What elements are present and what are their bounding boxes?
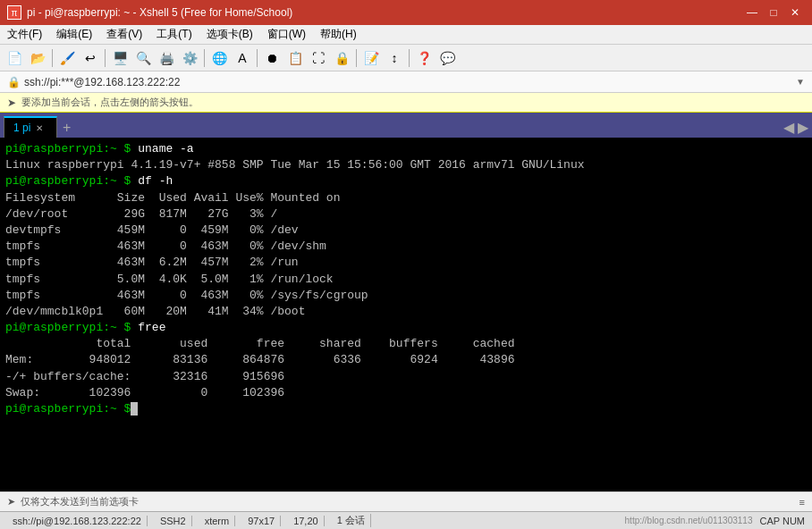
toolbar-lock[interactable]: 🔒 — [331, 47, 352, 69]
menu-file[interactable]: 文件(F) — [0, 25, 49, 44]
maximize-button[interactable]: □ — [764, 4, 783, 21]
tab-nav: ◀ ▶ — [783, 119, 808, 138]
term-line-6: tmpfs 463M 0 463M 0% /dev/shm — [5, 239, 807, 255]
toolbar-open[interactable]: 📂 — [27, 47, 48, 69]
term-line-3: Filesystem Size Used Avail Use% Mounted … — [5, 190, 807, 206]
info-text: 要添加当前会话，点击左侧的箭头按钮。 — [21, 96, 199, 109]
status-bar: ssh://pi@192.168.123.222:22 SSH2 xterm 9… — [0, 511, 812, 529]
term-line-0: pi@raspberrypi:~ $ uname -a — [5, 141, 807, 157]
tab-1pi[interactable]: 1 pi ✕ — [4, 116, 57, 138]
toolbar-sep-3 — [204, 49, 205, 67]
window-title: pi - pi@raspberrypi: ~ - Xshell 5 (Free … — [27, 6, 292, 19]
tab-close-icon[interactable]: ✕ — [36, 123, 43, 133]
term-line-11: pi@raspberrypi:~ $ free — [5, 320, 807, 336]
close-button[interactable]: ✕ — [785, 4, 805, 21]
toolbar-sep-6 — [409, 49, 410, 67]
toolbar-font[interactable]: A — [232, 47, 253, 69]
tab-next-icon[interactable]: ▶ — [798, 119, 808, 136]
status-sessions: 1 会话 — [332, 514, 371, 527]
toolbar-more1[interactable]: ⚙️ — [179, 47, 200, 69]
toolbar: 📄 📂 🖌️ ↩ 🖥️ 🔍 🖨️ ⚙️ 🌐 A ⏺ 📋 ⛶ 🔒 📝 ↕️ ❓ 💬 — [0, 45, 812, 71]
menu-tabs[interactable]: 选项卡(B) — [199, 25, 260, 44]
status-cursor-pos: 17,20 — [288, 516, 325, 526]
title-bar-left: π pi - pi@raspberrypi: ~ - Xshell 5 (Fre… — [7, 5, 292, 20]
term-line-5: devtmpfs 459M 0 459M 0% /dev — [5, 223, 807, 239]
send-icon: ➤ — [7, 496, 15, 508]
toolbar-session-manager[interactable]: 🖥️ — [109, 47, 131, 69]
toolbar-record[interactable]: ⏺ — [261, 47, 283, 69]
bottom-bar-text: 仅将文本发送到当前选项卡 — [21, 495, 139, 508]
toolbar-brush[interactable]: 🖌️ — [56, 47, 78, 69]
term-line-16: pi@raspberrypi:~ $ — [5, 401, 807, 417]
address-text: ssh://pi:***@192.168.123.222:22 — [24, 76, 792, 88]
status-connection: ssh://pi@192.168.123.222:22 — [7, 516, 148, 526]
toolbar-transfer[interactable]: 📋 — [284, 47, 306, 69]
term-line-13: Mem: 948012 83136 864876 6336 6924 43896 — [5, 352, 807, 368]
status-keyboard: http://blog.csdn.net/u011303113 CAP NUM — [625, 516, 805, 526]
main-window: π pi - pi@raspberrypi: ~ - Xshell 5 (Fre… — [0, 0, 812, 529]
menu-edit[interactable]: 编辑(E) — [49, 25, 99, 44]
menu-help[interactable]: 帮助(H) — [313, 25, 364, 44]
tab-bar: 1 pi ✕ + ◀ ▶ — [0, 113, 812, 138]
menu-window[interactable]: 窗口(W) — [260, 25, 313, 44]
tab-prev-icon[interactable]: ◀ — [783, 119, 794, 136]
toolbar-sep-1 — [52, 49, 53, 67]
toolbar-new-session[interactable]: 📄 — [4, 47, 25, 69]
toolbar-sep-5 — [356, 49, 357, 67]
status-protocol: SSH2 — [155, 516, 192, 526]
term-line-9: tmpfs 463M 0 463M 0% /sys/fs/cgroup — [5, 288, 807, 304]
menu-tools[interactable]: 工具(T) — [149, 25, 199, 44]
toolbar-scroll[interactable]: ↕️ — [384, 47, 405, 69]
term-line-14: -/+ buffers/cache: 32316 915696 — [5, 369, 807, 385]
toolbar-undo[interactable]: ↩ — [80, 47, 101, 69]
title-bar: π pi - pi@raspberrypi: ~ - Xshell 5 (Fre… — [0, 0, 812, 25]
toolbar-comment[interactable]: 💬 — [436, 47, 458, 69]
status-website: http://blog.csdn.net/u011303113 — [625, 516, 753, 526]
status-dimensions: 97x17 — [242, 516, 281, 526]
info-bar: ➤ 要添加当前会话，点击左侧的箭头按钮。 — [0, 93, 812, 113]
toolbar-globe[interactable]: 🌐 — [208, 47, 230, 69]
toolbar-fullscreen[interactable]: ⛶ — [308, 47, 329, 69]
toolbar-sep-4 — [257, 49, 258, 67]
term-line-1: Linux raspberrypi 4.1.19-v7+ #858 SMP Tu… — [5, 157, 807, 173]
status-caps-lock: CAP NUM — [759, 516, 805, 526]
cursor — [131, 402, 138, 416]
status-terminal-type: xterm — [199, 516, 236, 526]
menu-bar: 文件(F) 编辑(E) 查看(V) 工具(T) 选项卡(B) 窗口(W) 帮助(… — [0, 25, 812, 45]
toolbar-search[interactable]: 🔍 — [132, 47, 154, 69]
bottom-bar: ➤ 仅将文本发送到当前选项卡 ≡ — [0, 491, 812, 511]
term-line-8: tmpfs 5.0M 4.0K 5.0M 1% /run/lock — [5, 272, 807, 288]
term-line-15: Swap: 102396 0 102396 — [5, 385, 807, 401]
address-lock-icon: 🔒 — [7, 76, 21, 88]
toolbar-help[interactable]: ❓ — [413, 47, 435, 69]
term-line-7: tmpfs 463M 6.2M 457M 2% /run — [5, 255, 807, 271]
term-line-4: /dev/root 29G 817M 27G 3% / — [5, 206, 807, 223]
app-icon: π — [7, 5, 21, 20]
minimize-button[interactable]: — — [742, 4, 762, 21]
toolbar-print[interactable]: 🖨️ — [156, 47, 177, 69]
info-arrow-icon: ➤ — [7, 97, 16, 109]
terminal[interactable]: pi@raspberrypi:~ $ uname -a Linux raspbe… — [0, 138, 812, 491]
address-dropdown-icon[interactable]: ▼ — [796, 77, 805, 87]
window-controls: — □ ✕ — [742, 4, 805, 21]
address-bar: 🔒 ssh://pi:***@192.168.123.222:22 ▼ — [0, 71, 812, 93]
menu-view[interactable]: 查看(V) — [99, 25, 149, 44]
term-line-10: /dev/mmcblk0p1 60M 20M 41M 34% /boot — [5, 304, 807, 320]
bottom-bar-menu-icon[interactable]: ≡ — [799, 497, 805, 508]
tab-label: 1 pi — [13, 122, 30, 134]
toolbar-sep-2 — [105, 49, 106, 67]
tab-add-button[interactable]: + — [57, 120, 76, 136]
term-line-2: pi@raspberrypi:~ $ df -h — [5, 173, 807, 189]
toolbar-compose[interactable]: 📝 — [360, 47, 382, 69]
term-line-12: total used free shared buffers cached — [5, 336, 807, 352]
